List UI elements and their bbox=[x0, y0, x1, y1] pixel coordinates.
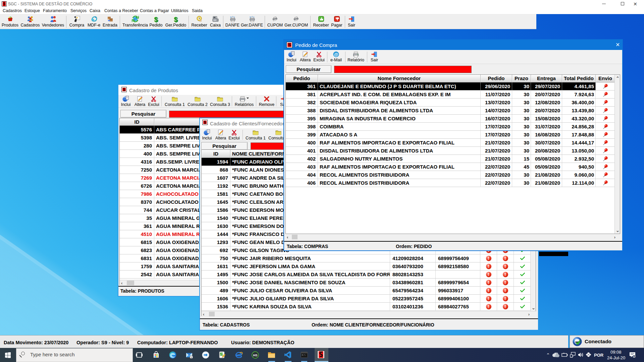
svg-text:C:\: C:\ bbox=[302, 354, 306, 356]
svg-text:6: 6 bbox=[633, 355, 635, 358]
svg-text:1: 1 bbox=[191, 356, 192, 359]
svg-text:HS: HS bbox=[253, 353, 257, 357]
svg-text:@: @ bbox=[334, 52, 338, 57]
